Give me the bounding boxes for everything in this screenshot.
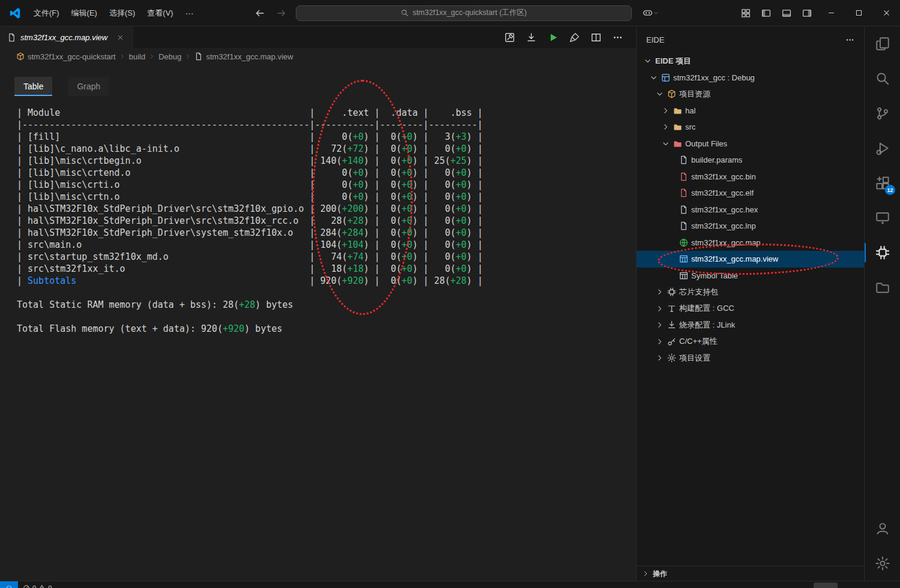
- breadcrumb-item-build[interactable]: build: [129, 52, 145, 61]
- status-widget[interactable]: [814, 583, 838, 588]
- activity-run-and-debug[interactable]: [865, 131, 900, 166]
- chevron-right-icon[interactable]: [661, 123, 670, 131]
- tree-item-symbol-table[interactable]: Symbol Table: [637, 268, 864, 284]
- breadcrumb-item-debug[interactable]: Debug: [158, 52, 181, 61]
- maximize-button[interactable]: [845, 0, 872, 26]
- folder-src-icon: [673, 122, 682, 131]
- flash-config-icon: [667, 320, 676, 329]
- copilot-menu-button[interactable]: [643, 8, 659, 18]
- activity-extensions[interactable]: 12: [865, 166, 900, 200]
- tree-item-build-config[interactable]: 构建配置 : GCC: [637, 301, 864, 317]
- breadcrumb-item-file[interactable]: stm32f1xx_gcc.map.view: [194, 52, 293, 61]
- remote-indicator[interactable]: [0, 581, 18, 588]
- tree-item-label: EIDE 项目: [655, 56, 691, 67]
- close-button[interactable]: [872, 0, 900, 26]
- tree-item-src[interactable]: src: [637, 119, 864, 136]
- chevron-right-icon[interactable]: [655, 338, 664, 346]
- menubar: 文件(F)编辑(E)选择(S)查看(V): [28, 5, 179, 22]
- tree-item-gcc-map-view[interactable]: stm32f1xx_gcc.map.view: [637, 251, 864, 268]
- more-actions-button[interactable]: [611, 31, 624, 44]
- command-center-search[interactable]: stm32f1xx_gcc-quickstart (工作区): [296, 5, 632, 21]
- subtotals-link[interactable]: Subtotals: [28, 275, 76, 286]
- chevron-right-icon[interactable]: [661, 107, 670, 115]
- breadcrumb-separator-icon: [119, 53, 125, 59]
- activity-source-control[interactable]: [865, 96, 900, 131]
- toggle-panel-button[interactable]: [776, 4, 797, 22]
- tree-item-output-files[interactable]: Output Files: [637, 136, 864, 152]
- menu-selection[interactable]: 选择(S): [103, 5, 141, 22]
- tree-item-project-settings[interactable]: 项目设置: [637, 350, 864, 367]
- tree-item-gcc-lnp[interactable]: stm32f1xx_gcc.lnp: [637, 218, 864, 235]
- tree-item-project-root[interactable]: stm32f1xx_gcc : Debug: [637, 70, 864, 86]
- operations-section-header[interactable]: 操作: [637, 566, 864, 581]
- memory-table: | Module | .text | .data | .bss | |-----…: [17, 107, 636, 287]
- activity-search[interactable]: [865, 61, 900, 96]
- activity-explorer[interactable]: [865, 26, 900, 61]
- chevron-right-icon[interactable]: [655, 305, 664, 313]
- warnings-count: 0: [48, 584, 52, 588]
- clean-button[interactable]: [568, 31, 581, 44]
- problems-status[interactable]: 0 0: [18, 581, 56, 588]
- titlebar: 文件(F)编辑(E)选择(S)查看(V) ··· stm32f1xx_gcc-q…: [0, 0, 900, 26]
- tree-item-builder-params[interactable]: builder.params: [637, 152, 864, 169]
- tree-item-gcc-bin[interactable]: stm32f1xx_gcc.bin: [637, 169, 864, 185]
- tree-item-project-resources[interactable]: 项目资源: [637, 86, 864, 103]
- tree-item-eide-project[interactable]: EIDE 项目: [637, 53, 864, 70]
- minimize-button[interactable]: [817, 0, 845, 26]
- tree-item-chip-support[interactable]: 芯片支持包: [637, 284, 864, 301]
- sidebar-more-actions-button[interactable]: [845, 35, 854, 44]
- resources-icon: [16, 52, 25, 61]
- folder-src-icon: [673, 106, 682, 115]
- chevron-down-icon[interactable]: [661, 140, 670, 148]
- tree-item-gcc-elf[interactable]: stm32f1xx_gcc.elf: [637, 185, 864, 202]
- tree-item-label: 构建配置 : GCC: [679, 303, 734, 314]
- file-icon: [194, 52, 203, 61]
- chevron-down-icon[interactable]: [643, 57, 652, 65]
- project-tree: EIDE 项目stm32f1xx_gcc : Debug项目资源halsrcOu…: [637, 53, 864, 367]
- tree-item-flash-config[interactable]: 烧录配置 : JLink: [637, 317, 864, 334]
- tab-graph[interactable]: Graph: [68, 77, 109, 96]
- flash-download-button[interactable]: [525, 31, 538, 44]
- tab-table[interactable]: Table: [14, 77, 52, 96]
- eide-sidebar: EIDE EIDE 项目stm32f1xx_gcc : Debug项目资源hal…: [636, 26, 864, 581]
- chevron-right-icon[interactable]: [655, 321, 664, 329]
- activity-eide[interactable]: [865, 235, 900, 270]
- tree-item-label: Symbol Table: [691, 271, 738, 280]
- chevron-right-icon[interactable]: [655, 288, 664, 296]
- activity-accounts[interactable]: [865, 511, 900, 546]
- chevron-down-icon[interactable]: [655, 90, 664, 98]
- tree-item-gcc-map[interactable]: stm32f1xx_gcc.map: [637, 235, 864, 251]
- tree-item-label: hal: [685, 106, 695, 115]
- tree-item-cpp-properties[interactable]: C/C++属性: [637, 334, 864, 350]
- tab-close-icon[interactable]: [115, 32, 125, 43]
- editor-tab-map-view[interactable]: stm32f1xx_gcc.map.view: [0, 26, 133, 48]
- tree-item-label: 烧录配置 : JLink: [679, 320, 735, 331]
- navigate-back-button[interactable]: [253, 6, 267, 20]
- build-button[interactable]: [503, 31, 516, 44]
- tree-item-hal[interactable]: hal: [637, 103, 864, 119]
- toggle-secondary-sidebar-button[interactable]: [797, 4, 817, 22]
- navigate-forward-button[interactable]: [274, 6, 289, 20]
- menu-edit[interactable]: 编辑(E): [65, 5, 103, 22]
- tree-item-gcc-hex[interactable]: stm32f1xx_gcc.hex: [637, 202, 864, 218]
- activity-remote-explorer[interactable]: [865, 200, 900, 235]
- map-view-content: Table Graph | Module | .text | .data | .…: [0, 65, 636, 581]
- tree-item-label: stm32f1xx_gcc.hex: [691, 205, 758, 214]
- activity-folder-view[interactable]: [865, 270, 900, 305]
- build-config-icon: [667, 304, 676, 313]
- customize-layout-button[interactable]: [736, 4, 756, 22]
- split-editor-button[interactable]: [590, 31, 602, 44]
- file-icon: [7, 33, 16, 42]
- menu-view[interactable]: 查看(V): [141, 5, 179, 22]
- toggle-primary-sidebar-button[interactable]: [756, 4, 776, 22]
- chevron-right-icon[interactable]: [655, 354, 664, 362]
- file-binary-icon: [679, 188, 688, 197]
- menu-file[interactable]: 文件(F): [28, 5, 65, 22]
- run-button[interactable]: [547, 31, 559, 44]
- more-menus-button[interactable]: ···: [179, 5, 200, 21]
- activity-manage[interactable]: [865, 546, 900, 581]
- file-binary-icon: [679, 172, 688, 181]
- breadcrumb-item-project[interactable]: stm32f1xx_gcc-quickstart: [16, 52, 116, 61]
- status-bar: 0 0: [0, 581, 900, 588]
- chevron-down-icon[interactable]: [649, 74, 658, 82]
